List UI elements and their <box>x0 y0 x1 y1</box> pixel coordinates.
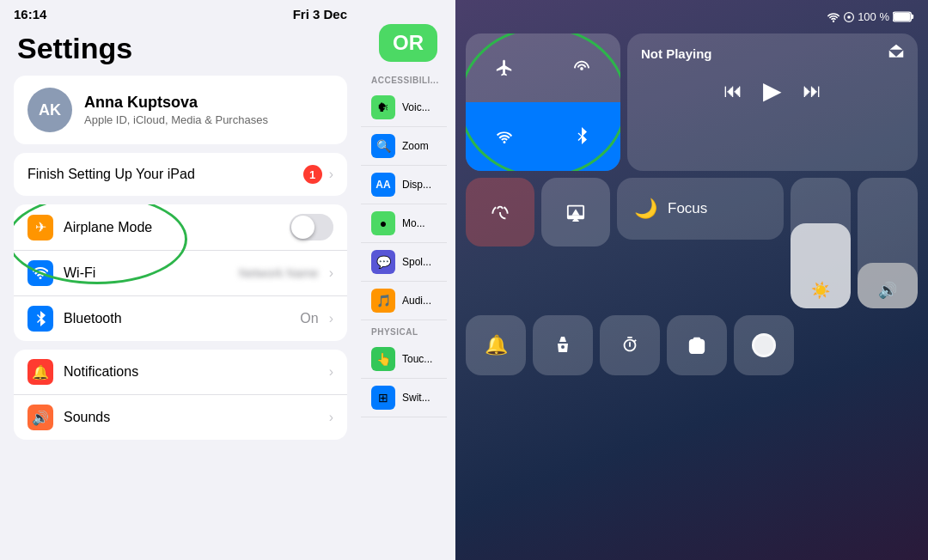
acc-touch-label: Touc... <box>402 353 432 365</box>
acc-display-icon: AA <box>371 173 395 197</box>
cc-np-top: Not Playing <box>641 44 904 63</box>
prev-track-btn[interactable]: ⏮ <box>723 80 742 102</box>
location-status-icon <box>844 12 854 22</box>
acc-row-audio[interactable]: 🎵 Audi... <box>361 282 447 320</box>
airplane-mode-row[interactable]: ✈ Airplane Mode <box>14 204 347 251</box>
brightness-slider[interactable]: ☀️ <box>791 178 851 308</box>
acc-row-touch[interactable]: 👆 Touc... <box>361 340 447 379</box>
airplane-mode-icon: ✈ <box>27 215 53 240</box>
cc-np-controls: ⏮ ▶ ⏭ <box>641 76 904 105</box>
bluetooth-value: On <box>300 311 318 326</box>
cc-status-icons: 100 % <box>827 10 914 23</box>
network-settings-group: ✈ Airplane Mode Wi-Fi Network Name › Blu… <box>14 204 347 341</box>
chevron-right-icon: › <box>329 167 333 182</box>
bluetooth-label: Bluetooth <box>64 311 290 326</box>
cc-hotspot-btn[interactable] <box>543 33 620 102</box>
wifi-row[interactable]: Wi-Fi Network Name › <box>14 251 347 296</box>
bluetooth-icon <box>27 306 53 332</box>
acc-row-motion[interactable]: ● Mo... <box>361 204 447 243</box>
acc-display-label: Disp... <box>402 179 431 191</box>
wifi-status-icon <box>827 12 840 22</box>
play-pause-btn[interactable]: ▶ <box>763 76 782 105</box>
timer-btn[interactable] <box>600 315 660 375</box>
date-display: Fri 3 Dec <box>293 7 347 21</box>
acc-row-voice[interactable]: 🗣 Voic... <box>361 88 447 127</box>
bluetooth-chevron-icon: › <box>329 311 333 326</box>
airplane-mode-toggle[interactable] <box>290 214 333 240</box>
cc-np-title: Not Playing <box>641 46 712 61</box>
avatar: AK <box>27 88 72 132</box>
user-subtitle: Apple ID, iCloud, Media & Purchases <box>84 113 268 126</box>
acc-switch-label: Swit... <box>402 392 430 404</box>
control-center-panel: 100 % <box>455 0 928 560</box>
cc-row2: 🌙 Focus ☀️ 🔊 <box>466 178 918 308</box>
wifi-network-name: Network Name <box>239 266 319 280</box>
airplay-icon[interactable] <box>888 44 904 63</box>
acc-spoken-icon: 💬 <box>371 250 395 274</box>
bell-btn[interactable]: 🔔 <box>466 315 526 375</box>
bluetooth-row[interactable]: Bluetooth On › <box>14 296 347 341</box>
cc-status-bar: 100 % <box>466 10 918 27</box>
acc-row-zoom[interactable]: 🔍 Zoom <box>361 127 447 166</box>
screen-record-btn[interactable] <box>734 315 794 375</box>
flashlight-btn[interactable] <box>533 315 593 375</box>
notifications-sounds-group: 🔔 Notifications › 🔊 Sounds › <box>14 350 347 440</box>
cc-connectivity-block <box>466 33 620 171</box>
finish-setup-right: 1 › <box>303 165 333 184</box>
acc-spoken-label: Spol... <box>402 256 431 268</box>
acc-zoom-icon: 🔍 <box>371 134 395 158</box>
acc-motion-icon: ● <box>371 211 395 235</box>
focus-btn[interactable]: 🌙 Focus <box>617 178 784 240</box>
cc-now-playing: Not Playing ⏮ ▶ ⏭ <box>627 33 918 171</box>
sounds-row[interactable]: 🔊 Sounds › <box>14 395 347 440</box>
acc-physical-header: PHYSICAL <box>361 320 447 340</box>
airplane-mode-label: Airplane Mode <box>64 220 279 235</box>
acc-zoom-label: Zoom <box>402 140 429 152</box>
next-track-btn[interactable]: ⏭ <box>803 80 821 102</box>
time-display: 16:14 <box>14 7 46 21</box>
sounds-icon: 🔊 <box>27 405 53 430</box>
finish-setup-row[interactable]: Finish Setting Up Your iPad 1 › <box>14 153 347 196</box>
camera-btn[interactable] <box>667 315 727 375</box>
acc-voice-label: Voic... <box>402 101 430 113</box>
volume-icon: 🔊 <box>878 281 897 300</box>
accessibility-sidebar: Accessibili... 🗣 Voic... 🔍 Zoom AA Disp.… <box>361 62 447 424</box>
acc-row-spoken[interactable]: 💬 Spol... <box>361 243 447 282</box>
svg-point-1 <box>847 15 851 19</box>
acc-motion-label: Mo... <box>402 217 425 229</box>
cc-airplane-mode-btn[interactable] <box>466 33 543 102</box>
cc-top-row: Not Playing ⏮ ▶ ⏭ <box>466 33 918 171</box>
status-bar: 16:14 Fri 3 Dec <box>0 0 361 25</box>
acc-switch-icon: ⊞ <box>371 386 395 410</box>
record-dot <box>752 333 776 357</box>
cc-wifi-btn[interactable] <box>466 102 543 171</box>
screen-mirror-btn[interactable] <box>541 178 610 247</box>
acc-voice-icon: 🗣 <box>371 95 395 119</box>
sounds-chevron-icon: › <box>329 410 333 425</box>
focus-label: Focus <box>668 200 707 217</box>
acc-row-switch[interactable]: ⊞ Swit... <box>361 379 447 417</box>
acc-audio-label: Audi... <box>402 295 431 307</box>
brightness-icon: ☀️ <box>811 281 830 300</box>
notifications-row[interactable]: 🔔 Notifications › <box>14 350 347 395</box>
volume-slider[interactable]: 🔊 <box>858 178 918 308</box>
focus-moon-icon: 🌙 <box>634 198 657 220</box>
settings-title: Settings <box>0 25 361 76</box>
acc-section-header: Accessibili... <box>361 69 447 88</box>
cc-bottom-row: 🔔 <box>466 315 918 375</box>
battery-icon <box>893 11 914 22</box>
wifi-icon <box>27 260 53 286</box>
finish-setup-label: Finish Setting Up Your iPad <box>27 167 195 182</box>
wifi-chevron-icon: › <box>329 265 333 281</box>
notifications-chevron-icon: › <box>329 364 333 380</box>
settings-panel: 16:14 Fri 3 Dec Settings AK Anna Kuptsov… <box>0 0 361 560</box>
rotation-lock-btn[interactable] <box>466 178 534 247</box>
svg-rect-3 <box>894 13 911 21</box>
acc-row-display[interactable]: AA Disp... <box>361 166 447 204</box>
finish-setup-badge: 1 <box>303 165 322 184</box>
battery-percentage: 100 % <box>858 10 889 23</box>
user-card[interactable]: AK Anna Kuptsova Apple ID, iCloud, Media… <box>14 76 347 144</box>
acc-touch-icon: 👆 <box>371 347 395 371</box>
cc-bluetooth-btn[interactable] <box>543 102 620 171</box>
notifications-label: Notifications <box>64 364 319 380</box>
